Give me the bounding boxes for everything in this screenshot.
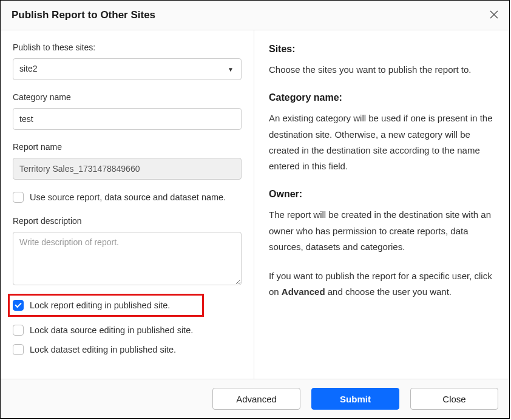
chevron-down-icon: ▼ (228, 66, 234, 73)
close-button[interactable]: Close (410, 388, 498, 410)
report-name-input[interactable] (13, 158, 242, 180)
description-textarea[interactable] (13, 232, 242, 285)
sites-label: Publish to these sites: (13, 42, 242, 52)
highlight-box: Lock report editing in published site. (8, 294, 204, 317)
info-owner-text2: If you want to publish the report for a … (269, 268, 496, 300)
use-source-checkbox-row: Use source report, data source and datas… (13, 192, 242, 203)
category-input[interactable] (13, 108, 242, 130)
lock-datasource-checkbox[interactable] (13, 325, 24, 336)
info-panel: Sites: Choose the sites you want to publ… (254, 30, 509, 379)
info-owner-text: The report will be created in the destin… (269, 207, 496, 255)
description-label: Report description (13, 216, 242, 226)
lock-dataset-label: Lock dataset editing in published site. (30, 345, 176, 354)
lock-report-checkbox-row: Lock report editing in published site. (13, 300, 199, 311)
lock-dataset-checkbox[interactable] (13, 344, 24, 355)
lock-datasource-label: Lock data source editing in published si… (30, 325, 193, 335)
dialog-footer: Advanced Submit Close (1, 379, 509, 418)
use-source-label: Use source report, data source and datas… (30, 192, 226, 202)
info-category-text: An existing category will be used if one… (269, 110, 496, 174)
use-source-checkbox[interactable] (13, 192, 24, 203)
lock-datasource-checkbox-row: Lock data source editing in published si… (13, 325, 242, 336)
info-sites-text: Choose the sites you want to publish the… (269, 62, 496, 78)
form-panel: Publish to these sites: site2 ▼ Category… (1, 30, 254, 379)
dialog-header: Publish Report to Other Sites (1, 1, 509, 30)
dialog-content: Publish to these sites: site2 ▼ Category… (1, 30, 509, 379)
lock-dataset-checkbox-row: Lock dataset editing in published site. (13, 344, 242, 355)
sites-selected-value: site2 (19, 64, 38, 73)
info-sites-heading: Sites: (269, 44, 496, 55)
report-name-label: Report name (13, 142, 242, 152)
dialog-title: Publish Report to Other Sites (12, 9, 155, 21)
lock-report-checkbox[interactable] (13, 300, 24, 311)
publish-dialog: Publish Report to Other Sites Publish to… (0, 0, 510, 419)
close-icon[interactable] (490, 10, 498, 21)
info-owner-heading: Owner: (269, 189, 496, 200)
advanced-button[interactable]: Advanced (212, 388, 300, 410)
lock-report-label: Lock report editing in published site. (30, 300, 170, 310)
submit-button[interactable]: Submit (311, 388, 399, 410)
category-label: Category name (13, 92, 242, 102)
sites-select[interactable]: site2 ▼ (13, 58, 242, 80)
info-category-heading: Category name: (269, 92, 496, 103)
